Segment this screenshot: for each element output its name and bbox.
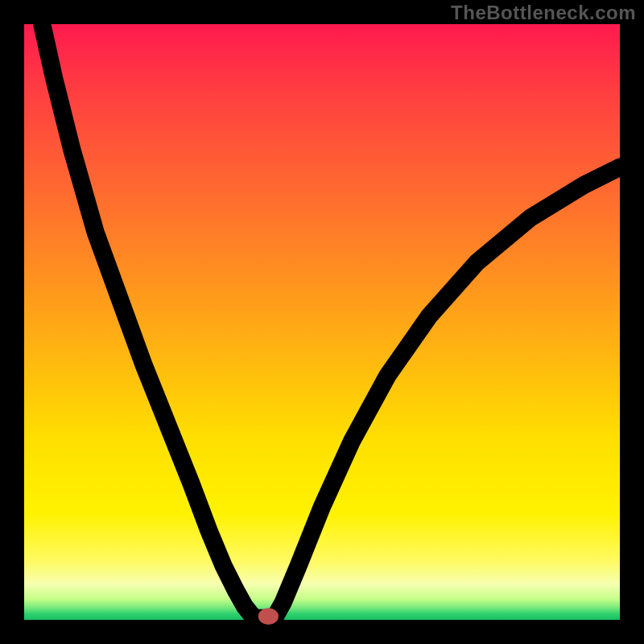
optimum-marker bbox=[262, 611, 276, 621]
watermark-text: TheBottleneck.com bbox=[451, 2, 636, 24]
plot-area bbox=[24, 24, 620, 620]
chart-svg bbox=[24, 24, 620, 620]
curve-left-branch bbox=[42, 24, 255, 618]
chart-frame: TheBottleneck.com bbox=[0, 0, 644, 644]
curve-right-branch bbox=[275, 167, 620, 618]
